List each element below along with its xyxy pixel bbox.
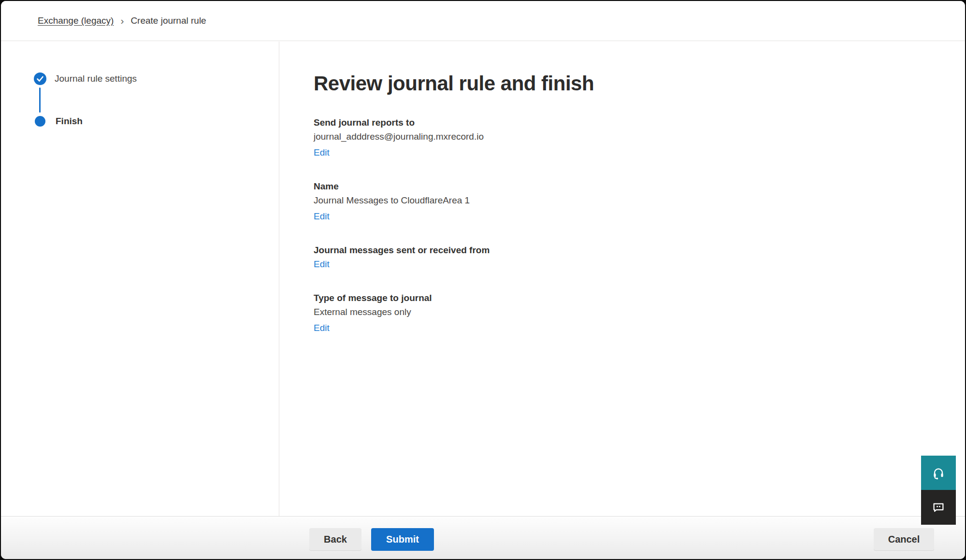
step-finish[interactable]: Finish: [34, 115, 83, 128]
review-panel: Review journal rule and finish Send jour…: [280, 42, 965, 516]
section-label: Send journal reports to: [314, 116, 965, 129]
step-label: Journal rule settings: [55, 72, 137, 85]
breadcrumb-create-journal-rule: Create journal rule: [130, 15, 206, 26]
breadcrumb: Exchange (legacy) › Create journal rule: [1, 1, 965, 41]
feedback-button[interactable]: [921, 490, 956, 525]
section-send-journal-reports-to: Send journal reports to journal_adddress…: [314, 116, 965, 159]
step-label: Finish: [56, 115, 83, 128]
message-type-value: External messages only: [314, 306, 965, 318]
wizard-stepper-sidebar: Journal rule settings Finish: [1, 42, 279, 516]
chat-icon: [931, 500, 946, 515]
submit-button[interactable]: Submit: [371, 528, 434, 551]
step-journal-rule-settings[interactable]: Journal rule settings: [34, 72, 137, 85]
step-current-dot-icon: [35, 116, 45, 127]
step-connector-line: [39, 87, 41, 113]
section-journal-messages-from: Journal messages sent or received from E…: [314, 244, 965, 271]
edit-message-type-link[interactable]: Edit: [314, 322, 330, 334]
page-title: Review journal rule and finish: [314, 72, 965, 96]
rule-name-value: Journal Messages to CloudflareArea 1: [314, 194, 965, 207]
action-bar: Back Submit Cancel: [1, 516, 965, 559]
section-label: Journal messages sent or received from: [314, 244, 965, 257]
section-label: Name: [314, 180, 965, 193]
breadcrumb-exchange-legacy[interactable]: Exchange (legacy): [38, 15, 114, 26]
support-button[interactable]: [921, 456, 956, 490]
review-sections: Send journal reports to journal_adddress…: [314, 116, 965, 334]
section-name: Name Journal Messages to CloudflareArea …: [314, 180, 965, 223]
floating-help-stack: [921, 456, 956, 525]
cancel-button[interactable]: Cancel: [874, 528, 934, 551]
headset-icon: [931, 466, 946, 480]
edit-send-reports-link[interactable]: Edit: [314, 146, 330, 159]
back-button[interactable]: Back: [309, 528, 361, 551]
edit-name-link[interactable]: Edit: [314, 210, 330, 223]
app-window: Exchange (legacy) › Create journal rule …: [1, 1, 965, 559]
journal-report-address-value: journal_adddress@journaling.mxrecord.io: [314, 130, 965, 143]
chevron-right-icon: ›: [120, 15, 124, 26]
step-completed-check-icon: [34, 72, 46, 85]
edit-messages-from-link[interactable]: Edit: [314, 258, 330, 271]
section-label: Type of message to journal: [314, 292, 965, 304]
section-type-of-message: Type of message to journal External mess…: [314, 292, 965, 334]
